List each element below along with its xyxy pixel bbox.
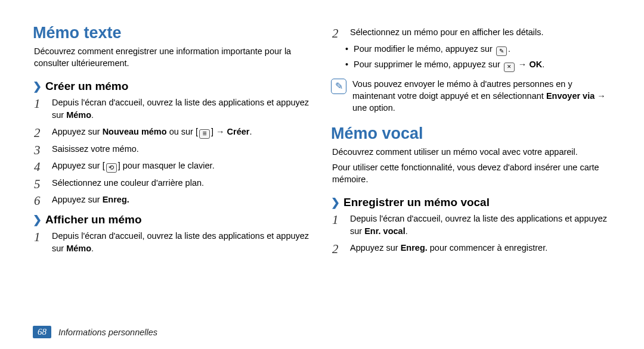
step-1-dot: . — [91, 110, 94, 120]
afficher-bullets: Pour modifier le mémo, appuyez sur . Pou… — [331, 43, 611, 72]
note-a: Vous pouvez envoyer le mémo à d'autres p… — [352, 79, 572, 101]
step-2-b1: Nouveau mémo — [103, 127, 167, 136]
step-4-b: ] pour masquer le clavier. — [118, 161, 215, 170]
steps-creer: 1 Depuis l'écran d'accueil, ouvrez la li… — [33, 96, 313, 206]
step-3: 3 Saisissez votre mémo. — [49, 143, 313, 155]
heading-memo-texte: Mémo texte — [33, 24, 313, 42]
manual-page: Mémo texte Découvrez comment enregistrer… — [0, 0, 644, 259]
voc-2-a: Appuyez sur — [350, 243, 401, 253]
step-2-a: Appuyez sur — [52, 127, 103, 136]
back-icon — [106, 163, 117, 173]
voc-step-2: 2 Appuyez sur Enreg. pour commencer à en… — [348, 242, 611, 254]
voc-1-dot: . — [405, 226, 408, 236]
voc-1-b: Enr. vocal — [364, 226, 405, 236]
voc-2-b: Enreg. — [401, 243, 428, 253]
subheading-enregistrer-label: Enregistrer un mémo vocal — [343, 196, 490, 209]
delete-icon — [504, 63, 515, 72]
aff-1-dot: . — [91, 244, 94, 253]
bullet-delete-mid: → — [516, 60, 530, 69]
step-3-text: Saisissez votre mémo. — [52, 144, 139, 154]
subheading-afficher: ❯ Afficher un mémo — [33, 213, 313, 226]
intro-memo-texte: Découvrez comment enregistrer une inform… — [33, 46, 313, 69]
chevron-icon: ❯ — [33, 80, 42, 93]
step-5-text: Sélectionnez une couleur d'arrière plan. — [52, 178, 204, 188]
subheading-afficher-label: Afficher un mémo — [45, 213, 142, 226]
note-block: ✎ Vous pouvez envoyer le mémo à d'autres… — [331, 78, 611, 114]
note-text: Vous pouvez envoyer le mémo à d'autres p… — [352, 78, 611, 114]
steps-vocal: 1 Depuis l'écran d'accueil, ouvrez la li… — [331, 213, 611, 254]
voc-step-1: 1 Depuis l'écran d'accueil, ouvrez la li… — [348, 213, 611, 238]
step-1-bold: Mémo — [66, 110, 91, 120]
menu-icon — [199, 129, 210, 139]
step-2-mid: ou sur [ — [167, 127, 198, 136]
step-6-b: Enreg. — [103, 195, 129, 204]
heading-memo-vocal: Mémo vocal — [331, 124, 611, 143]
chevron-icon: ❯ — [33, 213, 42, 226]
subheading-enregistrer: ❯ Enregistrer un mémo vocal — [331, 196, 611, 209]
bullet-modify: Pour modifier le mémo, appuyez sur . — [348, 43, 611, 56]
bullet-modify-dot: . — [508, 44, 510, 54]
step-1: 1 Depuis l'écran d'accueil, ouvrez la li… — [49, 96, 313, 121]
step-2: 2 Appuyez sur Nouveau mémo ou sur [] → C… — [49, 126, 313, 139]
voc-2-c: pour commencer à enregistrer. — [428, 243, 547, 253]
bullet-delete-dot: . — [542, 60, 544, 69]
subheading-creer: ❯ Créer un mémo — [33, 80, 313, 93]
aff-2-text: Sélectionnez un mémo pour en afficher le… — [350, 27, 544, 37]
steps-afficher: 1 Depuis l'écran d'accueil, ouvrez la li… — [33, 230, 313, 255]
step-2-b2: Créer — [227, 127, 250, 136]
footer-section-label: Informations personnelles — [58, 328, 157, 337]
intro-vocal-2: Pour utiliser cette fonctionnalité, vous… — [331, 162, 611, 185]
left-column: Mémo texte Découvrez comment enregistrer… — [33, 24, 313, 259]
chevron-icon: ❯ — [331, 196, 340, 209]
aff-step-1: 1 Depuis l'écran d'accueil, ouvrez la li… — [49, 230, 313, 255]
step-4: 4 Appuyez sur [] pour masquer le clavier… — [49, 160, 313, 173]
note-icon: ✎ — [331, 79, 346, 94]
steps-afficher-cont: 2 Sélectionnez un mémo pour en afficher … — [331, 26, 611, 39]
step-4-a: Appuyez sur [ — [52, 161, 105, 170]
step-2-dot: . — [250, 127, 252, 136]
step-2-mid2: ] → — [211, 127, 227, 136]
step-5: 5 Sélectionnez une couleur d'arrière pla… — [49, 177, 313, 189]
bullet-delete-b: OK — [529, 60, 542, 69]
edit-icon — [496, 46, 507, 56]
subheading-creer-label: Créer un mémo — [45, 80, 128, 93]
aff-step-2: 2 Sélectionnez un mémo pour en afficher … — [348, 26, 611, 39]
page-number: 68 — [33, 326, 51, 338]
bullet-delete-a: Pour supprimer le mémo, appuyez sur — [354, 60, 503, 69]
step-6-a: Appuyez sur — [52, 195, 103, 204]
aff-1-b: Mémo — [66, 244, 91, 253]
bullet-modify-text: Pour modifier le mémo, appuyez sur — [354, 44, 495, 54]
note-b: Envoyer via — [546, 91, 595, 101]
bullet-delete: Pour supprimer le mémo, appuyez sur → OK… — [348, 58, 611, 72]
right-column: 2 Sélectionnez un mémo pour en afficher … — [331, 24, 611, 259]
intro-vocal-1: Découvrez comment utiliser un mémo vocal… — [331, 147, 611, 158]
page-footer: 68 Informations personnelles — [33, 326, 157, 338]
step-6: 6 Appuyez sur Enreg. — [49, 194, 313, 206]
